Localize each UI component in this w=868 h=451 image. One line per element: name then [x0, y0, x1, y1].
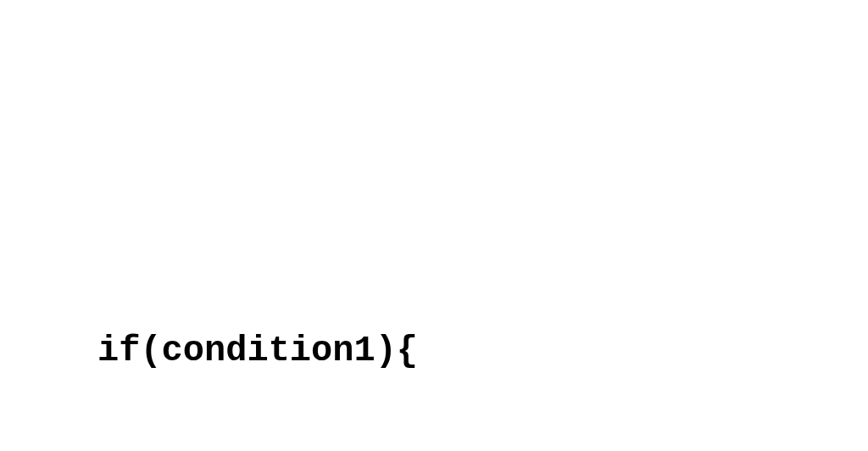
code-block: if(condition1){ // statement 1 } else if…: [97, 258, 868, 451]
code-line: // statement 1: [97, 445, 868, 452]
code-line: if(condition1){: [97, 320, 868, 383]
